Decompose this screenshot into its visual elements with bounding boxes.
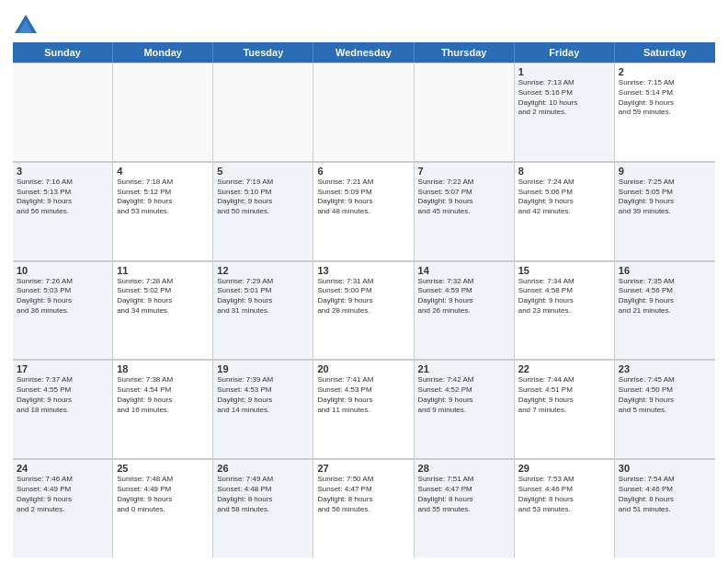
calendar-cell: 19Sunrise: 7:39 AM Sunset: 4:53 PM Dayli… (213, 360, 313, 458)
header-day-sunday: Sunday (13, 42, 113, 63)
day-number: 21 (418, 363, 510, 374)
calendar-cell: 7Sunrise: 7:22 AM Sunset: 5:07 PM Daylig… (415, 162, 515, 260)
calendar-cell: 13Sunrise: 7:31 AM Sunset: 5:00 PM Dayli… (313, 261, 414, 360)
calendar-cell: 18Sunrise: 7:38 AM Sunset: 4:54 PM Dayli… (113, 360, 213, 458)
calendar-cell: 29Sunrise: 7:53 AM Sunset: 4:46 PM Dayli… (515, 459, 615, 557)
cell-detail: Sunrise: 7:18 AM Sunset: 5:12 PM Dayligh… (117, 178, 209, 217)
calendar-body: 1Sunrise: 7:13 AM Sunset: 5:16 PM Daylig… (13, 63, 715, 557)
cell-detail: Sunrise: 7:13 AM Sunset: 5:16 PM Dayligh… (518, 78, 610, 118)
calendar-cell: 9Sunrise: 7:25 AM Sunset: 5:05 PM Daylig… (615, 162, 715, 260)
calendar-cell: 23Sunrise: 7:45 AM Sunset: 4:50 PM Dayli… (615, 360, 715, 458)
calendar-header: SundayMondayTuesdayWednesdayThursdayFrid… (13, 42, 715, 63)
calendar-cell: 28Sunrise: 7:51 AM Sunset: 4:47 PM Dayli… (415, 459, 515, 557)
day-number: 14 (418, 265, 510, 276)
header-day-wednesday: Wednesday (313, 42, 414, 63)
day-number: 16 (619, 265, 711, 276)
cell-detail: Sunrise: 7:25 AM Sunset: 5:05 PM Dayligh… (619, 178, 711, 217)
cell-detail: Sunrise: 7:49 AM Sunset: 4:48 PM Dayligh… (217, 475, 309, 514)
calendar-week-2: 10Sunrise: 7:26 AM Sunset: 5:03 PM Dayli… (13, 261, 715, 361)
cell-detail: Sunrise: 7:19 AM Sunset: 5:10 PM Dayligh… (217, 178, 309, 217)
day-number: 6 (317, 166, 409, 177)
day-number: 12 (217, 265, 309, 276)
calendar-cell (213, 63, 313, 161)
day-number: 18 (117, 363, 209, 374)
cell-detail: Sunrise: 7:35 AM Sunset: 4:56 PM Dayligh… (619, 277, 711, 316)
calendar-cell: 1Sunrise: 7:13 AM Sunset: 5:16 PM Daylig… (515, 63, 615, 161)
cell-detail: Sunrise: 7:24 AM Sunset: 5:06 PM Dayligh… (518, 178, 610, 217)
calendar-cell (313, 63, 414, 161)
day-number: 28 (418, 463, 510, 474)
cell-detail: Sunrise: 7:15 AM Sunset: 5:14 PM Dayligh… (619, 78, 711, 118)
calendar-cell: 3Sunrise: 7:16 AM Sunset: 5:13 PM Daylig… (13, 162, 113, 260)
day-number: 27 (317, 463, 409, 474)
cell-detail: Sunrise: 7:38 AM Sunset: 4:54 PM Dayligh… (117, 375, 209, 415)
logo-icon (13, 13, 39, 39)
day-number: 9 (619, 166, 711, 177)
calendar-cell: 30Sunrise: 7:54 AM Sunset: 4:46 PM Dayli… (615, 459, 715, 557)
day-number: 19 (217, 363, 309, 374)
cell-detail: Sunrise: 7:54 AM Sunset: 4:46 PM Dayligh… (619, 475, 711, 514)
cell-detail: Sunrise: 7:46 AM Sunset: 4:49 PM Dayligh… (17, 475, 108, 514)
day-number: 7 (418, 166, 510, 177)
cell-detail: Sunrise: 7:48 AM Sunset: 4:49 PM Dayligh… (117, 475, 209, 514)
calendar-cell: 26Sunrise: 7:49 AM Sunset: 4:48 PM Dayli… (213, 459, 313, 557)
day-number: 11 (117, 265, 209, 276)
calendar-cell (13, 63, 113, 161)
calendar-cell: 8Sunrise: 7:24 AM Sunset: 5:06 PM Daylig… (515, 162, 615, 260)
day-number: 1 (518, 66, 610, 77)
day-number: 17 (17, 363, 108, 374)
day-number: 5 (217, 166, 309, 177)
header-day-monday: Monday (113, 42, 213, 63)
cell-detail: Sunrise: 7:22 AM Sunset: 5:07 PM Dayligh… (418, 178, 510, 217)
calendar-cell: 21Sunrise: 7:42 AM Sunset: 4:52 PM Dayli… (415, 360, 515, 458)
day-number: 30 (619, 463, 711, 474)
cell-detail: Sunrise: 7:51 AM Sunset: 4:47 PM Dayligh… (418, 475, 510, 514)
day-number: 10 (17, 265, 108, 276)
cell-detail: Sunrise: 7:53 AM Sunset: 4:46 PM Dayligh… (518, 475, 610, 514)
header-day-tuesday: Tuesday (213, 42, 313, 63)
cell-detail: Sunrise: 7:16 AM Sunset: 5:13 PM Dayligh… (17, 178, 108, 217)
day-number: 24 (17, 463, 108, 474)
calendar-week-4: 24Sunrise: 7:46 AM Sunset: 4:49 PM Dayli… (13, 459, 715, 557)
day-number: 20 (317, 363, 409, 374)
day-number: 25 (117, 463, 209, 474)
calendar-cell: 6Sunrise: 7:21 AM Sunset: 5:09 PM Daylig… (313, 162, 414, 260)
day-number: 29 (518, 463, 610, 474)
header-day-saturday: Saturday (615, 42, 715, 63)
cell-detail: Sunrise: 7:37 AM Sunset: 4:55 PM Dayligh… (17, 375, 108, 415)
page: SundayMondayTuesdayWednesdayThursdayFrid… (0, 0, 728, 563)
calendar-cell: 15Sunrise: 7:34 AM Sunset: 4:58 PM Dayli… (515, 261, 615, 360)
header-day-thursday: Thursday (415, 42, 515, 63)
day-number: 4 (117, 166, 209, 177)
day-number: 22 (518, 363, 610, 374)
calendar-cell: 22Sunrise: 7:44 AM Sunset: 4:51 PM Dayli… (515, 360, 615, 458)
day-number: 3 (17, 166, 108, 177)
calendar-cell: 17Sunrise: 7:37 AM Sunset: 4:55 PM Dayli… (13, 360, 113, 458)
cell-detail: Sunrise: 7:34 AM Sunset: 4:58 PM Dayligh… (518, 277, 610, 316)
header (13, 9, 715, 39)
calendar: SundayMondayTuesdayWednesdayThursdayFrid… (13, 42, 715, 557)
calendar-cell: 16Sunrise: 7:35 AM Sunset: 4:56 PM Dayli… (615, 261, 715, 360)
cell-detail: Sunrise: 7:31 AM Sunset: 5:00 PM Dayligh… (317, 277, 409, 316)
cell-detail: Sunrise: 7:32 AM Sunset: 4:59 PM Dayligh… (418, 277, 510, 316)
cell-detail: Sunrise: 7:44 AM Sunset: 4:51 PM Dayligh… (518, 375, 610, 415)
day-number: 2 (619, 66, 711, 77)
calendar-cell: 4Sunrise: 7:18 AM Sunset: 5:12 PM Daylig… (113, 162, 213, 260)
calendar-cell: 5Sunrise: 7:19 AM Sunset: 5:10 PM Daylig… (213, 162, 313, 260)
day-number: 8 (518, 166, 610, 177)
logo (13, 13, 42, 39)
cell-detail: Sunrise: 7:42 AM Sunset: 4:52 PM Dayligh… (418, 375, 510, 415)
cell-detail: Sunrise: 7:45 AM Sunset: 4:50 PM Dayligh… (619, 375, 711, 415)
cell-detail: Sunrise: 7:29 AM Sunset: 5:01 PM Dayligh… (217, 277, 309, 316)
calendar-cell (415, 63, 515, 161)
calendar-cell: 10Sunrise: 7:26 AM Sunset: 5:03 PM Dayli… (13, 261, 113, 360)
calendar-week-3: 17Sunrise: 7:37 AM Sunset: 4:55 PM Dayli… (13, 360, 715, 459)
header-day-friday: Friday (515, 42, 615, 63)
calendar-cell: 14Sunrise: 7:32 AM Sunset: 4:59 PM Dayli… (415, 261, 515, 360)
cell-detail: Sunrise: 7:21 AM Sunset: 5:09 PM Dayligh… (317, 178, 409, 217)
calendar-cell: 12Sunrise: 7:29 AM Sunset: 5:01 PM Dayli… (213, 261, 313, 360)
day-number: 26 (217, 463, 309, 474)
calendar-cell: 25Sunrise: 7:48 AM Sunset: 4:49 PM Dayli… (113, 459, 213, 557)
cell-detail: Sunrise: 7:39 AM Sunset: 4:53 PM Dayligh… (217, 375, 309, 415)
calendar-cell: 27Sunrise: 7:50 AM Sunset: 4:47 PM Dayli… (313, 459, 414, 557)
